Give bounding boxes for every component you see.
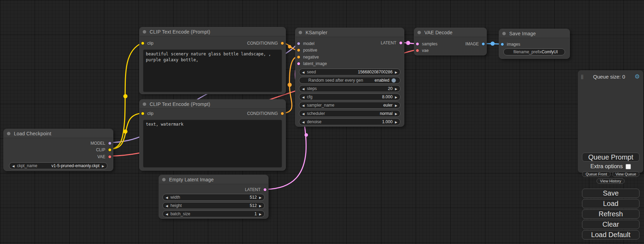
output-port-vae[interactable] — [108, 155, 112, 159]
increment-arrow-icon[interactable] — [392, 119, 400, 124]
node-load-checkpoint[interactable]: Load Checkpoint MODEL CLIP VAE ckpt_name… — [3, 129, 113, 171]
extra-options-label: Extra options — [590, 163, 623, 170]
output-label-model: MODEL — [90, 141, 105, 146]
output-label-conditioning: CONDITIONING — [247, 111, 278, 116]
collapse-dot-icon[interactable] — [162, 178, 166, 181]
wire-midpoint-clip2[interactable] — [123, 129, 127, 134]
decrement-arrow-icon[interactable] — [163, 195, 170, 200]
width-widget[interactable]: width 512 — [162, 194, 265, 201]
load-default-button[interactable]: Load Default — [582, 230, 639, 240]
clear-button[interactable]: Clear — [582, 220, 639, 229]
scheduler-widget[interactable]: scheduler normal — [299, 110, 400, 117]
input-port-clip[interactable] — [141, 112, 144, 115]
wire-midpoint-latent-short[interactable] — [406, 41, 410, 45]
batch-size-widget[interactable]: batch_size 1 — [162, 210, 265, 217]
sampler-name-widget[interactable]: sampler_name euler — [299, 102, 400, 109]
wire-midpoint-cond-pos[interactable] — [288, 45, 291, 48]
node-load-checkpoint-titlebar[interactable]: Load Checkpoint — [4, 129, 113, 138]
node-empty-latent-titlebar[interactable]: Empty Latent Image — [159, 175, 268, 184]
decrement-arrow-icon[interactable] — [299, 119, 307, 124]
output-port-conditioning[interactable] — [281, 112, 284, 115]
node-empty-latent-image[interactable]: Empty Latent Image LATENT width 512 heig… — [159, 175, 268, 219]
increment-arrow-icon[interactable] — [392, 111, 400, 116]
node-ksampler-titlebar[interactable]: KSampler — [295, 28, 404, 37]
increment-arrow-icon[interactable] — [257, 211, 264, 216]
decrement-arrow-icon[interactable] — [163, 211, 170, 216]
collapse-dot-icon[interactable] — [7, 132, 10, 135]
output-port-clip[interactable] — [108, 148, 112, 152]
node-clip-positive-titlebar[interactable]: CLIP Text Encode (Prompt) — [140, 27, 285, 36]
queue-prompt-button[interactable]: Queue Prompt — [582, 153, 639, 162]
input-port-vae[interactable] — [416, 49, 419, 52]
increment-arrow-icon[interactable] — [392, 103, 400, 108]
height-widget[interactable]: height 512 — [162, 202, 265, 209]
decrement-arrow-icon[interactable] — [163, 203, 170, 208]
filename-prefix-widget[interactable]: filename_prefix ComfyUI — [503, 48, 565, 55]
drag-handle-icon[interactable] — [581, 73, 584, 80]
node-ksampler[interactable]: KSampler LATENT model positive negative … — [295, 28, 404, 127]
collapse-dot-icon[interactable] — [299, 31, 302, 34]
input-port-latent-image[interactable] — [297, 62, 300, 65]
decrement-arrow-icon[interactable] — [299, 70, 307, 74]
increment-arrow-icon[interactable] — [257, 203, 264, 208]
save-button[interactable]: Save — [582, 189, 639, 198]
ckpt-name-widget[interactable]: ckpt_name v1-5-pruned-emaonly.ckpt — [9, 162, 107, 169]
input-label-clip: clip — [147, 41, 153, 46]
wire-midpoint-clip1[interactable] — [123, 94, 127, 98]
node-save-image[interactable]: Save Image images filename_prefix ComfyU… — [499, 29, 570, 59]
increment-arrow-icon[interactable] — [392, 86, 400, 91]
load-button[interactable]: Load — [582, 199, 639, 208]
node-clip-text-encode-positive[interactable]: CLIP Text Encode (Prompt) clip CONDITION… — [139, 27, 286, 94]
decrement-arrow-icon[interactable] — [9, 163, 17, 168]
decrement-arrow-icon[interactable] — [299, 111, 307, 116]
toggle-knob-icon[interactable] — [391, 78, 396, 83]
output-port-latent[interactable] — [399, 41, 403, 45]
view-history-button[interactable]: View History — [597, 178, 625, 184]
wire-midpoint-image[interactable] — [491, 42, 495, 46]
node-clip-negative-titlebar[interactable]: CLIP Text Encode (Prompt) — [140, 100, 285, 109]
decrement-arrow-icon[interactable] — [299, 86, 307, 91]
input-row-images: images — [499, 41, 570, 48]
input-port-clip[interactable] — [141, 42, 144, 45]
port-row: clip CONDITIONING — [140, 110, 285, 117]
decrement-arrow-icon[interactable] — [299, 94, 307, 99]
output-port-image[interactable] — [482, 42, 485, 46]
input-label-latent-image: latent_image — [303, 61, 327, 66]
collapse-dot-icon[interactable] — [143, 102, 146, 106]
refresh-button[interactable]: Refresh — [582, 209, 639, 219]
input-port-images[interactable] — [501, 43, 504, 46]
random-seed-toggle-widget[interactable]: Random seed after every gen enabled — [299, 77, 400, 84]
node-graph-canvas[interactable]: Load Checkpoint MODEL CLIP VAE ckpt_name… — [0, 0, 644, 244]
input-port-samples[interactable] — [416, 42, 419, 46]
wire-midpoint-latent-long[interactable] — [305, 133, 308, 137]
queue-front-button[interactable]: Queue Front — [582, 171, 611, 177]
output-port-latent[interactable] — [263, 188, 267, 191]
wire-midpoint-cond-neg[interactable] — [288, 83, 292, 87]
decrement-arrow-icon[interactable] — [299, 103, 307, 108]
node-save-image-titlebar[interactable]: Save Image — [499, 29, 570, 38]
prompt-textarea[interactable]: text, watermark — [143, 120, 282, 168]
seed-widget[interactable]: seed 156680208700286 — [299, 69, 400, 75]
extra-options-checkbox[interactable] — [626, 164, 631, 169]
increment-arrow-icon[interactable] — [392, 94, 400, 99]
settings-gear-icon[interactable] — [635, 73, 640, 80]
node-vae-decode-titlebar[interactable]: VAE Decode — [414, 28, 486, 37]
steps-widget[interactable]: steps 20 — [299, 85, 400, 92]
output-port-model[interactable] — [108, 142, 112, 145]
increment-arrow-icon[interactable] — [99, 163, 107, 168]
collapse-dot-icon[interactable] — [502, 32, 506, 35]
node-clip-text-encode-negative[interactable]: CLIP Text Encode (Prompt) clip CONDITION… — [139, 99, 286, 171]
node-vae-decode[interactable]: VAE Decode samples IMAGE vae — [414, 28, 487, 55]
output-port-conditioning[interactable] — [281, 42, 284, 45]
increment-arrow-icon[interactable] — [392, 70, 400, 74]
input-port-positive[interactable] — [297, 48, 300, 52]
cfg-widget[interactable]: cfg 8.000 — [299, 93, 400, 100]
prompt-textarea[interactable]: beautiful scenery nature glass bottle la… — [143, 49, 282, 92]
denoise-widget[interactable]: denoise 1.000 — [299, 118, 400, 125]
input-port-negative[interactable] — [297, 55, 300, 59]
collapse-dot-icon[interactable] — [143, 30, 146, 34]
increment-arrow-icon[interactable] — [257, 195, 264, 200]
view-queue-button[interactable]: View Queue — [612, 171, 639, 177]
collapse-dot-icon[interactable] — [417, 31, 421, 34]
output-label-latent: LATENT — [381, 40, 396, 45]
